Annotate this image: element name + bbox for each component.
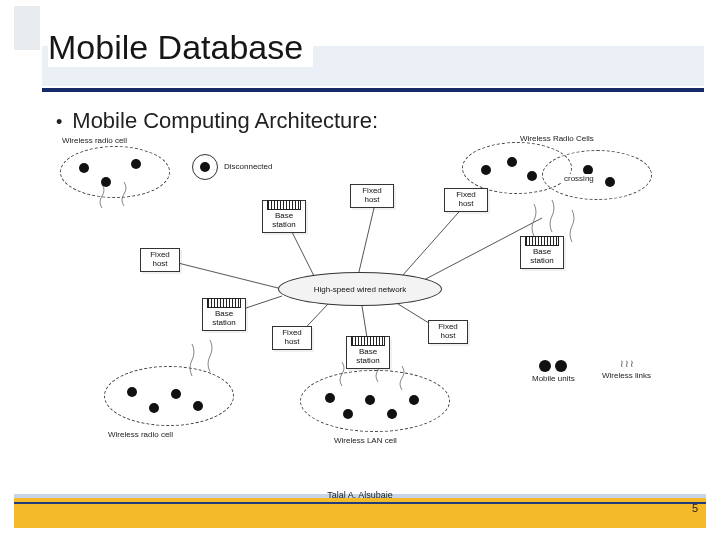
mobile-unit-icon (343, 409, 353, 419)
mobile-unit-icon (101, 177, 111, 187)
mobile-unit-icon (387, 409, 397, 419)
mobile-unit-icon (127, 387, 137, 397)
label-wireless-radio-cell-b: Wireless radio cell (108, 430, 173, 439)
box-label: Fixed host (150, 250, 170, 268)
box-label: Fixed host (362, 186, 382, 204)
box-label: Base station (212, 309, 236, 327)
mobile-unit-icon (325, 393, 335, 403)
accent-block (14, 6, 40, 50)
architecture-diagram: Wireless radio cell Disconnected Wireles… (42, 144, 682, 464)
box-label: Base station (356, 347, 380, 365)
footer: Talal A. Alsubaie 5 (14, 494, 706, 528)
mobile-unit-icon (171, 389, 181, 399)
cell-top-left (60, 146, 170, 198)
mobile-unit-icon (507, 157, 517, 167)
mobile-unit-icon (605, 177, 615, 187)
mobile-unit-icon (409, 395, 419, 405)
mobile-unit-icon (365, 395, 375, 405)
hub-wired-network: High-speed wired network (278, 272, 442, 306)
body: • Mobile Computing Architecture: (42, 108, 704, 484)
box-label: Fixed host (456, 190, 476, 208)
label-wlan-cell: Wireless LAN cell (334, 436, 397, 445)
mobile-unit-icon (527, 171, 537, 181)
box-base-station: Base station (262, 200, 306, 233)
page-title: Mobile Database (48, 28, 313, 67)
box-label: Fixed host (438, 322, 458, 340)
box-base-station: Base station (520, 236, 564, 269)
svg-line-1 (358, 208, 374, 276)
mobile-unit-icon (79, 163, 89, 173)
mobile-unit-icon (555, 360, 567, 372)
footer-divider (14, 502, 706, 504)
legend-mobile-units: Mobile units (532, 360, 575, 383)
mobile-unit-icon (481, 165, 491, 175)
box-fixed-host: Fixed host (444, 188, 488, 212)
legend-label-links: Wireless links (602, 371, 651, 380)
mobile-unit-icon (200, 162, 210, 172)
label-wireless-radio-cell: Wireless radio cell (62, 136, 127, 145)
bullet-dot-icon: • (56, 108, 62, 136)
slide: Mobile Database • Mobile Computing Archi… (0, 0, 720, 540)
mobile-unit-icon (149, 403, 159, 413)
bullet-text: Mobile Computing Architecture: (72, 108, 378, 134)
footer-author: Talal A. Alsubaie (327, 490, 393, 500)
base-station-antenna-icon (207, 298, 241, 308)
box-label: Base station (272, 211, 296, 229)
mobile-unit-icon (131, 159, 141, 169)
label-wireless-radio-cells: Wireless Radio Cells (520, 134, 594, 143)
cell-bottom-left (104, 366, 234, 426)
base-station-antenna-icon (525, 236, 559, 246)
base-station-antenna-icon (351, 336, 385, 346)
box-fixed-host: Fixed host (272, 326, 312, 350)
title-band: Mobile Database (42, 40, 704, 92)
wireless-link-icon: ≀ ≀ ≀ (620, 358, 633, 369)
bullet-row: • Mobile Computing Architecture: (42, 108, 704, 136)
title-underline (42, 88, 704, 92)
cell-top-right-b (542, 150, 652, 200)
cell-wlan (300, 370, 450, 432)
mobile-unit-icon (193, 401, 203, 411)
footer-page-number: 5 (692, 502, 698, 514)
box-base-station: Base station (346, 336, 390, 369)
svg-line-2 (402, 204, 466, 276)
legend-label-units: Mobile units (532, 374, 575, 383)
legend-wireless-links: ≀ ≀ ≀ Wireless links (602, 358, 651, 380)
hub-label: High-speed wired network (314, 285, 407, 294)
box-fixed-host: Fixed host (350, 184, 394, 208)
base-station-antenna-icon (267, 200, 301, 210)
box-base-station: Base station (202, 298, 246, 331)
box-label: Base station (530, 247, 554, 265)
mobile-unit-icon (539, 360, 551, 372)
label-disconnected: Disconnected (224, 162, 272, 171)
disconnected-unit (192, 154, 218, 180)
box-label: Fixed host (282, 328, 302, 346)
box-fixed-host: Fixed host (140, 248, 180, 272)
box-fixed-host: Fixed host (428, 320, 468, 344)
label-crossing: crossing (562, 174, 596, 183)
svg-line-4 (174, 262, 282, 289)
